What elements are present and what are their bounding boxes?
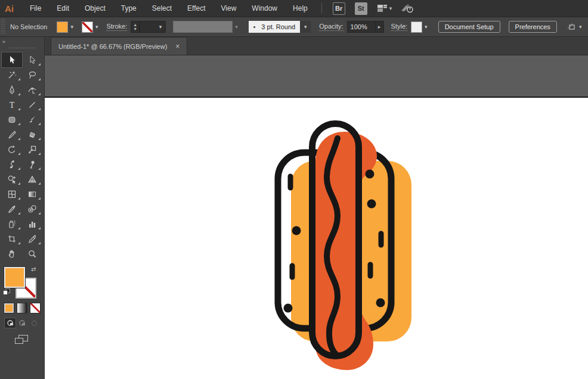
default-fill-stroke-icon[interactable] xyxy=(3,288,11,296)
draw-normal-mode[interactable] xyxy=(5,318,16,328)
workspace-switcher[interactable]: ▾ xyxy=(377,4,392,13)
tools-panel: « T xyxy=(0,37,45,379)
draw-behind-mode[interactable] xyxy=(17,318,27,328)
paintbrush-tool[interactable] xyxy=(22,112,42,127)
menu-object[interactable]: Object xyxy=(77,0,113,17)
document-tab-bar: Untitled-1* @ 66.67% (RGB/Preview) × xyxy=(45,37,588,55)
opacity-arrow-button[interactable]: ▸ xyxy=(376,21,384,33)
curvature-tool[interactable] xyxy=(22,82,42,97)
arrange-menu[interactable]: ▾ xyxy=(565,22,582,32)
swap-fill-stroke-icon[interactable]: ⇄ xyxy=(31,266,36,272)
selection-tool[interactable] xyxy=(2,52,22,67)
sesame-dot[interactable] xyxy=(366,170,375,179)
collapse-panel-icon[interactable]: « xyxy=(2,39,5,45)
document-canvas[interactable] xyxy=(45,55,588,379)
symbol-sprayer-tool[interactable] xyxy=(2,216,22,231)
color-button[interactable] xyxy=(4,303,14,313)
preferences-button[interactable]: Preferences xyxy=(509,21,557,33)
shape-builder-tool[interactable] xyxy=(2,172,22,187)
opacity-label[interactable]: Opacity: xyxy=(319,23,343,31)
menu-edit[interactable]: Edit xyxy=(49,0,77,17)
control-bar: No Selection ▾ ▾ Stroke: ▲▼ ▾ ▾ • 3 pt. … xyxy=(0,17,588,37)
zoom-tool[interactable] xyxy=(22,246,42,261)
fill-proxy[interactable] xyxy=(4,267,25,288)
gradient-button[interactable] xyxy=(17,303,27,313)
gpu-performance-icon[interactable] xyxy=(400,3,414,14)
variable-width-profile-dropdown[interactable] xyxy=(173,21,233,33)
scale-tool[interactable] xyxy=(22,142,42,157)
stroke-weight-stepper[interactable]: ▲▼ xyxy=(131,21,140,33)
perspective-grid-tool[interactable] xyxy=(22,172,42,187)
artboard-tool[interactable] xyxy=(2,231,22,246)
tools-panel-header[interactable]: « xyxy=(0,37,44,46)
type-tool[interactable]: T xyxy=(2,97,22,112)
sesame-dot[interactable] xyxy=(284,304,293,313)
direct-selection-tool[interactable] xyxy=(22,52,42,67)
workspace-grid-icon xyxy=(377,4,388,13)
rectangle-tool[interactable] xyxy=(2,112,22,127)
brush-definition-dropdown[interactable]: • 3 pt. Round xyxy=(249,21,300,33)
panel-grip[interactable] xyxy=(9,47,35,49)
chevron-down-icon[interactable]: ▾ xyxy=(235,24,238,30)
fill-stroke-indicator: ⇄ xyxy=(0,266,44,299)
illustrator-logo: Ai xyxy=(5,4,14,14)
chevron-down-icon[interactable]: ▾ xyxy=(95,24,98,30)
mesh-tool[interactable] xyxy=(2,187,22,201)
stroke-weight-field[interactable]: ▾ xyxy=(140,21,166,33)
brush-definition-chevron[interactable]: ▾ xyxy=(300,21,311,33)
menu-bar: Ai File Edit Object Type Select Effect V… xyxy=(0,0,588,17)
document-tab-title: Untitled-1* @ 66.67% (RGB/Preview) xyxy=(58,43,167,50)
hand-tool[interactable] xyxy=(2,246,22,261)
blend-tool[interactable] xyxy=(22,201,42,216)
chevron-down-icon: ▾ xyxy=(304,24,307,30)
drawing-modes-row xyxy=(0,318,44,328)
draw-inside-mode[interactable] xyxy=(29,318,39,328)
magic-wand-tool[interactable] xyxy=(2,67,22,82)
document-setup-button[interactable]: Document Setup xyxy=(438,21,500,33)
menu-window[interactable]: Window xyxy=(244,0,285,17)
menu-select[interactable]: Select xyxy=(144,0,180,17)
line-segment-tool[interactable] xyxy=(22,97,42,112)
menu-help[interactable]: Help xyxy=(285,0,315,17)
close-icon[interactable]: × xyxy=(175,42,180,51)
slice-tool[interactable] xyxy=(22,231,42,246)
menu-file[interactable]: File xyxy=(22,0,49,17)
menu-effect[interactable]: Effect xyxy=(180,0,213,17)
gradient-tool[interactable] xyxy=(22,187,42,201)
style-label[interactable]: Style: xyxy=(391,23,408,31)
column-graph-tool[interactable] xyxy=(22,216,42,231)
pencil-tool[interactable] xyxy=(2,127,22,142)
opacity-input[interactable]: 100% xyxy=(347,21,376,33)
eyedropper-tool[interactable] xyxy=(2,201,22,216)
bridge-button[interactable]: Br xyxy=(333,2,345,15)
lasso-tool[interactable] xyxy=(22,67,42,82)
eraser-tool[interactable] xyxy=(22,127,42,142)
arrange-icon xyxy=(565,22,577,32)
fill-color-swatch[interactable] xyxy=(57,21,68,33)
chevron-down-icon: ▾ xyxy=(579,24,582,30)
tools-grid: T xyxy=(0,52,44,261)
panel-grip[interactable] xyxy=(1,19,5,35)
change-screen-mode-button[interactable] xyxy=(15,335,29,346)
puppet-warp-tool[interactable] xyxy=(22,157,42,172)
sesame-dot[interactable] xyxy=(292,226,301,235)
stroke-weight-label[interactable]: Stroke: xyxy=(106,23,127,31)
brush-preview-dot: • xyxy=(253,24,256,30)
style-swatch[interactable] xyxy=(411,21,422,33)
chevron-down-icon[interactable]: ▾ xyxy=(159,24,162,30)
stock-button[interactable]: St xyxy=(355,2,367,15)
none-button[interactable] xyxy=(30,303,41,313)
hotdog-illustration xyxy=(45,55,588,379)
menu-view[interactable]: View xyxy=(213,0,245,17)
rotate-tool[interactable] xyxy=(2,142,22,157)
menu-type[interactable]: Type xyxy=(113,0,144,17)
sesame-dot[interactable] xyxy=(367,200,376,209)
document-tab[interactable]: Untitled-1* @ 66.67% (RGB/Preview) × xyxy=(51,37,187,55)
sesame-dot[interactable] xyxy=(376,299,385,307)
chevron-down-icon[interactable]: ▾ xyxy=(70,24,73,30)
chevron-down-icon[interactable]: ▾ xyxy=(425,24,428,30)
stroke-color-swatch[interactable] xyxy=(82,21,93,33)
none-slash-icon xyxy=(30,303,40,313)
pen-tool[interactable] xyxy=(2,82,22,97)
width-tool[interactable] xyxy=(2,157,22,172)
